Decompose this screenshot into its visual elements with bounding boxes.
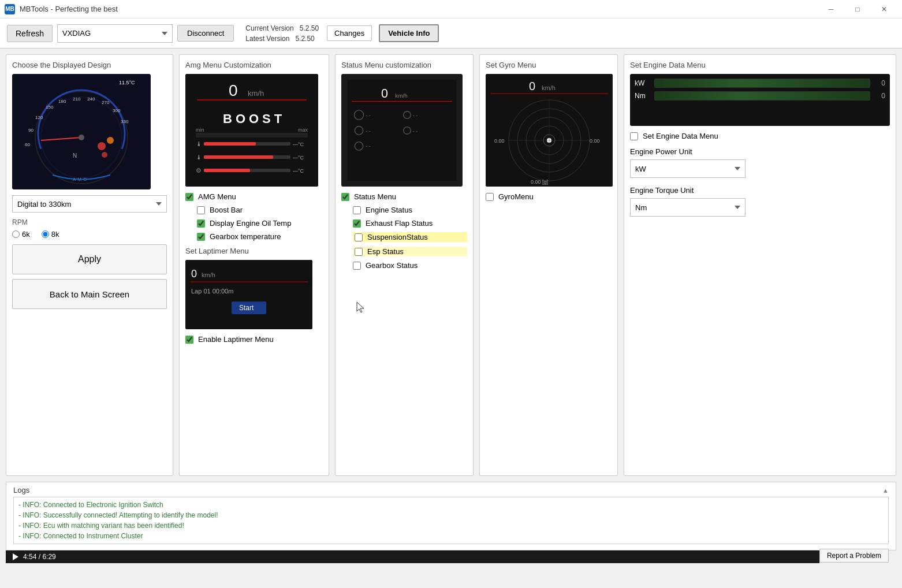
suspension-label: SuspensionStatus (367, 233, 428, 241)
rpm-6k-radio[interactable] (12, 230, 20, 238)
svg-point-17 (98, 142, 106, 150)
engine-status-checkbox[interactable] (353, 206, 361, 214)
gearbox-temp-label: Gearbox temperature (210, 232, 281, 241)
svg-rect-35 (204, 155, 273, 159)
engine-data-checkbox[interactable] (630, 132, 638, 140)
rpm-8k-option[interactable]: 8k (42, 230, 59, 239)
svg-text:max: max (298, 127, 308, 133)
panels-row: Choose the Displayed Design 60 90 120 15… (6, 54, 896, 476)
esp-checkbox-row: Esp Status (353, 247, 467, 256)
design-dropdown[interactable]: Digital to 330km (12, 195, 167, 213)
version-info: Current Version 5.2.50 Latest Version 5.… (245, 23, 319, 44)
amg-menu-checkbox[interactable] (185, 193, 193, 201)
latest-version-label: Latest Version (245, 35, 289, 43)
status-menu-label: Status Menu (354, 192, 396, 201)
svg-text:180: 180 (58, 99, 66, 104)
svg-text:210: 210 (73, 96, 81, 102)
video-time: 4:54 / 6:29 (23, 553, 56, 561)
esp-label: Esp Status (367, 247, 404, 256)
svg-text:240: 240 (87, 96, 95, 102)
rpm-section: RPM 6k 8k (12, 218, 167, 239)
kw-label: kW (635, 79, 651, 87)
svg-rect-31 (204, 142, 256, 146)
torque-unit-select[interactable]: Nm (630, 198, 746, 217)
engine-oil-checkbox[interactable] (197, 219, 205, 228)
svg-text:- -: - - (413, 128, 418, 134)
laptimer-checkbox-row: Enable Laptimer Menu (185, 335, 323, 344)
nm-label: Nm (635, 92, 651, 100)
svg-text:BOOST: BOOST (223, 111, 285, 126)
amg-menu-label: AMG Menu (198, 192, 236, 201)
gearbox-status-checkbox[interactable] (353, 262, 361, 270)
engine-data-label: Set Engine Data Menu (643, 132, 718, 140)
rpm-8k-radio[interactable] (42, 230, 49, 238)
vehicle-info-button[interactable]: Vehicle Info (379, 24, 439, 42)
laptimer-checkbox[interactable] (185, 336, 193, 344)
maximize-button[interactable]: □ (844, 0, 871, 18)
exhaust-flap-checkbox-row: Exhaust Flap Status (353, 219, 467, 228)
video-bar: 4:54 / 6:29 (6, 550, 819, 563)
dashboard-preview: 60 90 120 150 180 210 240 270 300 330 N (12, 74, 151, 189)
laptimer-section: Set Laptimer Menu 0 km/h Lap 01 00:00m S… (185, 247, 323, 344)
refresh-button[interactable]: Refresh (7, 25, 53, 42)
svg-text:—°C: —°C (293, 142, 304, 147)
suspension-checkbox-row: SuspensionStatus (353, 232, 467, 242)
latest-version-value: 5.2.50 (295, 35, 314, 43)
logs-scroll-indicator: ▲ (882, 487, 889, 494)
current-version-label: Current Version (245, 24, 293, 32)
boost-bar-checkbox[interactable] (197, 206, 205, 214)
laptimer-preview: 0 km/h Lap 01 00:00m Start (185, 260, 312, 329)
disconnect-button[interactable]: Disconnect (177, 25, 234, 42)
play-button[interactable] (13, 553, 18, 560)
svg-text:0: 0 (529, 80, 535, 92)
svg-text:🌡: 🌡 (196, 154, 202, 161)
laptimer-title: Set Laptimer Menu (185, 247, 323, 255)
gearbox-temp-checkbox[interactable] (197, 233, 205, 241)
amg-preview: 0 km/h BOOST min max 🌡 —°C 🌡 (185, 74, 318, 187)
design-panel: Choose the Displayed Design 60 90 120 15… (6, 54, 173, 476)
torque-unit-section: Engine Torque Unit Nm (630, 186, 890, 217)
svg-text:N: N (73, 152, 77, 159)
close-button[interactable]: ✕ (871, 0, 897, 18)
engine-oil-checkbox-row: Display Engine Oil Temp (197, 219, 323, 228)
svg-text:min: min (196, 127, 204, 133)
nm-value: 0 (874, 92, 885, 100)
engine-panel: Set Engine Data Menu kW 0 Nm 0 Set Engin… (624, 54, 896, 476)
rpm-options: 6k 8k (12, 230, 167, 239)
power-unit-select[interactable]: kW (630, 159, 746, 178)
design-panel-title: Choose the Displayed Design (12, 61, 167, 69)
svg-text:11.5°C: 11.5°C (119, 80, 135, 85)
minimize-button[interactable]: ─ (818, 0, 844, 18)
apply-button[interactable]: Apply (12, 244, 167, 274)
engine-data-checkbox-row: Set Engine Data Menu (630, 132, 890, 140)
suspension-checkbox[interactable] (355, 233, 363, 241)
device-select[interactable]: VXDIAG (57, 24, 173, 43)
status-menu-checkbox[interactable] (341, 193, 349, 201)
amg-panel: Amg Menu Customization 0 km/h BOOST min … (179, 54, 329, 476)
amg-menu-checkbox-row: AMG Menu (185, 192, 323, 201)
svg-text:0.00: 0.00 (494, 138, 505, 144)
kw-bar-row: kW 0 (635, 79, 885, 88)
logs-content[interactable]: - INFO: Connected to Electronic Ignition… (13, 497, 889, 544)
rpm-6k-option[interactable]: 6k (12, 230, 30, 239)
exhaust-flap-checkbox[interactable] (353, 219, 361, 228)
svg-text:km/h: km/h (395, 92, 407, 99)
nm-bar (654, 91, 870, 101)
gyro-checkbox[interactable] (486, 193, 494, 201)
log-line: - INFO: Connected to Instrument Cluster (18, 531, 884, 541)
amg-panel-title: Amg Menu Customization (185, 61, 323, 69)
svg-text:150: 150 (46, 105, 54, 110)
report-button[interactable]: Report a Problem (819, 549, 889, 563)
gyro-panel-title: Set Gyro Menu (486, 61, 612, 69)
logs-title: Logs (13, 486, 29, 494)
esp-checkbox[interactable] (355, 248, 363, 256)
toolbar: Refresh VXDIAG Disconnect Current Versio… (0, 18, 902, 49)
gearbox-status-checkbox-row: Gearbox Status (353, 261, 467, 270)
changes-button[interactable]: Changes (327, 25, 372, 41)
svg-point-14 (79, 135, 84, 140)
svg-text:- -: - - (413, 113, 418, 118)
svg-rect-28 (196, 133, 308, 137)
back-button[interactable]: Back to Main Screen (12, 279, 167, 309)
svg-text:330: 330 (121, 119, 129, 124)
nm-bar-row: Nm 0 (635, 91, 885, 101)
